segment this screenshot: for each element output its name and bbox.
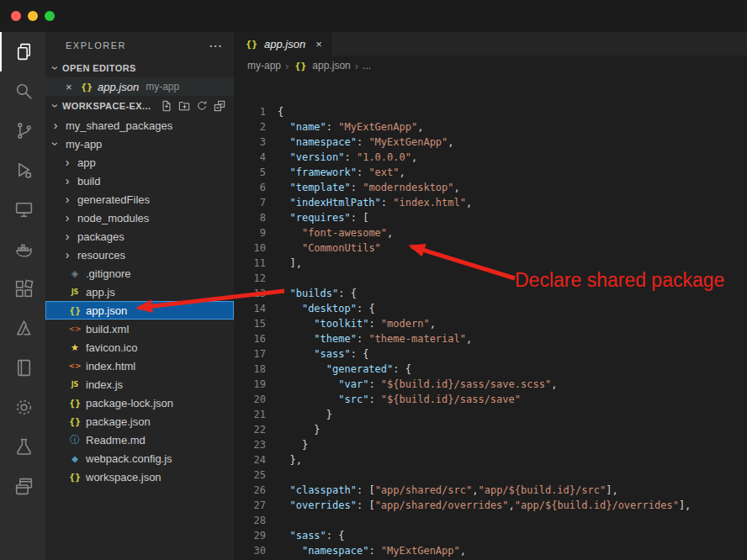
breadcrumb-separator: › (285, 60, 289, 72)
code-line-7[interactable]: "indexHtmlPath": "index.html", (278, 195, 691, 210)
remote-explorer-icon[interactable] (0, 190, 45, 230)
tree-item--gitignore[interactable]: ◈.gitignore (45, 264, 234, 283)
code-line-20[interactable]: "src": "${build.id}/sass/save" (278, 392, 691, 407)
json-file-icon: {} (79, 82, 94, 92)
code-line-9[interactable]: "font-awesome", (278, 225, 691, 240)
code-line-2[interactable]: "name": "MyExtGenApp", (278, 119, 691, 135)
notebook-icon[interactable] (0, 348, 45, 388)
code-line-27[interactable]: "overrides": ["app/shared/overrides","ap… (278, 498, 691, 513)
search-icon[interactable] (0, 71, 45, 111)
chevron-down-icon: › (49, 61, 62, 75)
minimize-window-button[interactable] (28, 11, 38, 21)
azure-icon[interactable] (0, 309, 45, 348)
tree-item-generatedfiles[interactable]: ›generatedFiles (45, 190, 234, 209)
tree-item-package-lock-json[interactable]: {}package-lock.json (45, 394, 234, 412)
line-number: 3 (234, 135, 266, 150)
code-line-23[interactable]: } (278, 437, 691, 452)
close-icon[interactable]: × (315, 38, 322, 50)
line-number: 18 (234, 362, 266, 377)
line-number: 5 (234, 165, 266, 180)
breadcrumb-item[interactable]: ... (363, 60, 371, 71)
tree-item-build[interactable]: ›build (45, 172, 234, 190)
code-line-26[interactable]: "classpath": ["app/shared/src","app/${bu… (278, 483, 691, 498)
tree-item-node-modules[interactable]: ›node_modules (45, 209, 234, 227)
code-line-5[interactable]: "framework": "ext", (278, 165, 691, 180)
json-file-icon: {} (244, 40, 259, 49)
code-line-21[interactable]: } (278, 407, 691, 422)
explorer-icon[interactable] (0, 32, 45, 71)
tree-item-workspace-json[interactable]: {}workspace.json (45, 468, 234, 486)
breadcrumb: my-app›{}app.json›... (234, 55, 747, 76)
open-editor-item[interactable]: ×{}app.jsonmy-app (45, 77, 234, 96)
open-editors-header[interactable]: › OPEN EDITORS (45, 59, 234, 77)
run-debug-icon[interactable] (0, 151, 45, 190)
tree-item-label: index.js (86, 378, 123, 391)
code-line-15[interactable]: "toolkit": "modern", (278, 316, 691, 331)
line-number: 9 (234, 225, 266, 240)
tree-item-index-html[interactable]: <>index.html (45, 357, 234, 375)
tree-item-resources[interactable]: ›resources (45, 246, 234, 264)
tab-app-json[interactable]: {} app.json × (234, 32, 332, 55)
tree-item-app-js[interactable]: JSapp.js (45, 283, 234, 301)
code-editor[interactable]: 1234567891011121314151617181920212223242… (234, 76, 747, 560)
source-control-icon[interactable] (0, 111, 45, 151)
breadcrumb-item[interactable]: my-app (247, 60, 281, 71)
tree-item-app-json[interactable]: {}app.json (45, 301, 234, 320)
settings-gear-icon[interactable] (0, 388, 45, 427)
code-line-22[interactable]: } (278, 422, 691, 437)
breadcrumb-separator: › (355, 60, 358, 72)
json-file-icon: {} (67, 399, 82, 408)
line-number: 2 (234, 119, 266, 135)
code-line-19[interactable]: "var": "${build.id}/sass/save.scss", (278, 377, 691, 392)
tree-item-packages[interactable]: ›packages (45, 227, 234, 246)
code-line-1[interactable]: { (278, 104, 691, 119)
code-line-25[interactable] (278, 468, 691, 483)
close-window-button[interactable] (11, 11, 21, 21)
tree-item-readme-md[interactable]: ⓘReadme.md (45, 431, 234, 449)
tree-item-app[interactable]: ›app (45, 153, 234, 172)
docker-icon[interactable] (0, 230, 45, 269)
line-number: 17 (234, 346, 266, 362)
code-line-30[interactable]: "namespace": "MyExtGenApp", (278, 543, 691, 558)
new-file-icon[interactable] (161, 100, 172, 112)
code-line-3[interactable]: "namespace": "MyExtGenApp", (278, 135, 691, 150)
line-number: 19 (234, 377, 266, 392)
new-folder-icon[interactable] (178, 100, 190, 112)
tree-item-package-json[interactable]: {}package.json (45, 412, 234, 431)
code-line-6[interactable]: "template": "moderndesktop", (278, 180, 691, 195)
chevron-right-icon: › (61, 248, 74, 262)
tree-item-favicon-ico[interactable]: ★favicon.ico (45, 338, 234, 357)
tree-item-my-app[interactable]: ›my-app (45, 135, 234, 153)
tree-item-webpack-config-js[interactable]: ◆webpack.config.js (45, 449, 234, 468)
code-line-8[interactable]: "requires": [ (278, 210, 691, 225)
code-line-14[interactable]: "desktop": { (278, 301, 691, 316)
close-icon[interactable]: × (66, 81, 79, 93)
extensions-icon[interactable] (0, 269, 45, 309)
tree-item-my-shared-packages[interactable]: ›my_shared_packages (45, 116, 234, 135)
code-line-18[interactable]: "generated": { (278, 362, 691, 377)
test-beaker-icon[interactable] (0, 427, 45, 467)
code-line-17[interactable]: "sass": { (278, 346, 691, 362)
code-line-4[interactable]: "version": "1.0.0.0", (278, 150, 691, 165)
workspace-header[interactable]: › WORKSPACE-EX... (45, 96, 234, 116)
tree-item-build-xml[interactable]: <>build.xml (45, 320, 234, 338)
code-line-28[interactable] (278, 513, 691, 528)
code-line-29[interactable]: "sass": { (278, 528, 691, 543)
browser-windows-icon[interactable] (0, 467, 45, 506)
more-actions-icon[interactable]: ⋯ (209, 38, 222, 54)
tree-item-label: webpack.config.js (86, 452, 172, 465)
zoom-window-button[interactable] (45, 11, 55, 21)
code-line-16[interactable]: "theme": "theme-material", (278, 331, 691, 346)
line-number: 23 (234, 437, 266, 452)
collapse-all-icon[interactable] (214, 100, 225, 112)
breadcrumb-item[interactable]: app.json (312, 60, 350, 71)
tree-item-label: packages (77, 230, 124, 243)
tab-bar: {} app.json × (234, 32, 747, 55)
line-number: 6 (234, 180, 266, 195)
line-number: 30 (234, 543, 266, 558)
code-line-10[interactable]: "CommonUtils" (278, 240, 691, 256)
code-line-24[interactable]: }, (278, 452, 691, 468)
line-number: 8 (234, 210, 266, 225)
tree-item-index-js[interactable]: JSindex.js (45, 375, 234, 394)
refresh-icon[interactable] (196, 100, 208, 112)
